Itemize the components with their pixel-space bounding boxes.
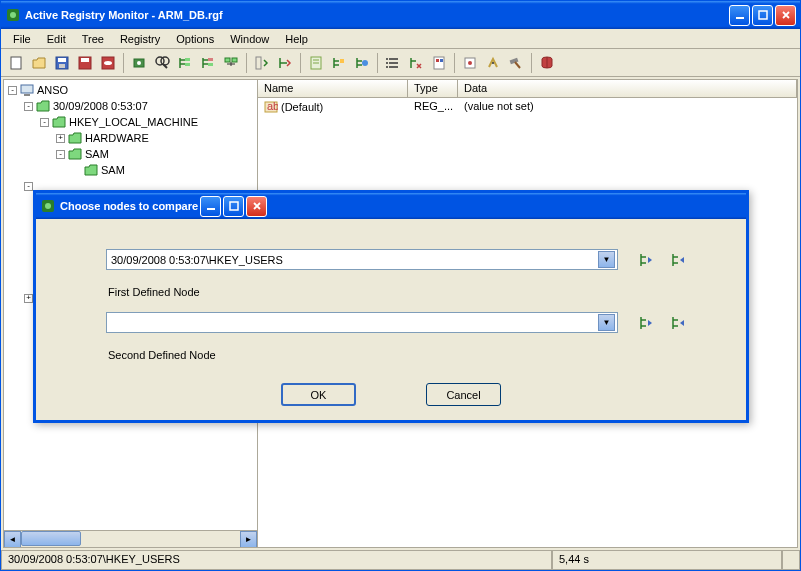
second-node-pick-left-icon[interactable] (636, 313, 656, 333)
svg-rect-18 (185, 63, 190, 66)
toolbar-tree2[interactable] (197, 52, 219, 74)
menu-tree[interactable]: Tree (74, 31, 112, 47)
svg-rect-38 (21, 85, 33, 93)
dialog-buttons: OK Cancel (36, 383, 746, 420)
toolbar-a2[interactable] (274, 52, 296, 74)
scroll-right-arrow[interactable]: ► (240, 531, 257, 547)
compare-dialog: Choose nodes to compare 30/09/2008 0:53:… (33, 190, 749, 423)
tree-expander[interactable]: - (24, 182, 33, 191)
svg-point-16 (161, 57, 169, 65)
svg-line-37 (515, 62, 520, 68)
list-row[interactable]: ab (Default) REG_... (value not set) (258, 98, 797, 116)
dialog-maximize-button[interactable] (223, 196, 244, 217)
folder-green-icon (36, 99, 50, 113)
tree-expander[interactable]: - (56, 150, 65, 159)
computer-icon (20, 83, 34, 97)
toolbar-save[interactable] (51, 52, 73, 74)
svg-rect-4 (11, 57, 21, 69)
svg-point-13 (137, 61, 141, 65)
folder-green-icon (52, 115, 66, 129)
svg-rect-17 (185, 58, 190, 61)
svg-rect-39 (24, 94, 30, 96)
tree-node[interactable]: -30/09/2008 0:53:07 (6, 98, 255, 114)
toolbar-d2[interactable] (482, 52, 504, 74)
svg-point-28 (386, 62, 388, 64)
tree-expander[interactable]: + (24, 294, 33, 303)
second-node-combo[interactable]: ▼ (106, 312, 618, 333)
first-node-pick-left-icon[interactable] (636, 250, 656, 270)
first-node-pick-right-icon[interactable] (668, 250, 688, 270)
menu-registry[interactable]: Registry (112, 31, 168, 47)
toolbar-d1[interactable] (459, 52, 481, 74)
toolbar-db[interactable] (97, 52, 119, 74)
close-button[interactable] (775, 5, 796, 26)
ok-button[interactable]: OK (281, 383, 356, 406)
list-header: Name Type Data (258, 80, 797, 98)
dialog-minimize-button[interactable] (200, 196, 221, 217)
scroll-left-arrow[interactable]: ◄ (4, 531, 21, 547)
tree-node[interactable]: -ANSO (6, 82, 255, 98)
tree-expander[interactable]: - (40, 118, 49, 127)
toolbar-open[interactable] (28, 52, 50, 74)
col-data[interactable]: Data (458, 80, 797, 97)
svg-rect-32 (440, 59, 443, 62)
status-time: 5,44 s (552, 551, 782, 570)
svg-rect-45 (230, 202, 238, 210)
titlebar: Active Registry Monitor - ARM_DB.rgf (1, 1, 800, 29)
toolbar-find[interactable] (151, 52, 173, 74)
svg-rect-2 (736, 17, 744, 19)
status-grip (782, 551, 800, 570)
menu-help[interactable]: Help (277, 31, 316, 47)
toolbar-new[interactable] (5, 52, 27, 74)
first-node-combo[interactable]: 30/09/2008 0:53:07\HKEY_USERS ▼ (106, 249, 618, 270)
app-icon (5, 7, 21, 23)
toolbar-c1[interactable] (405, 52, 427, 74)
second-node-pick-right-icon[interactable] (668, 313, 688, 333)
tree-label: SAM (101, 164, 125, 176)
horizontal-scrollbar[interactable]: ◄ ► (4, 530, 257, 547)
toolbar-tree1[interactable] (174, 52, 196, 74)
second-node-dropdown-button[interactable]: ▼ (598, 314, 615, 331)
tree-node[interactable]: -SAM (6, 146, 255, 162)
toolbar-a1[interactable] (251, 52, 273, 74)
toolbar-hammer[interactable] (505, 52, 527, 74)
scroll-thumb[interactable] (21, 531, 81, 546)
menu-window[interactable]: Window (222, 31, 277, 47)
svg-rect-20 (208, 63, 213, 66)
tree-label: HARDWARE (85, 132, 149, 144)
toolbar-compare[interactable] (220, 52, 242, 74)
toolbar-b3[interactable] (351, 52, 373, 74)
svg-rect-31 (436, 59, 439, 62)
toolbar-snap[interactable] (128, 52, 150, 74)
maximize-button[interactable] (752, 5, 773, 26)
string-value-icon: ab (264, 100, 278, 114)
toolbar-c2[interactable] (428, 52, 450, 74)
tree-node[interactable]: +HARDWARE (6, 130, 255, 146)
value-data: (value not set) (458, 99, 540, 115)
svg-rect-6 (58, 58, 66, 62)
menu-edit[interactable]: Edit (39, 31, 74, 47)
menu-options[interactable]: Options (168, 31, 222, 47)
col-name[interactable]: Name (258, 80, 408, 97)
toolbar-list[interactable] (382, 52, 404, 74)
cancel-button[interactable]: Cancel (426, 383, 501, 406)
menu-file[interactable]: File (5, 31, 39, 47)
col-type[interactable]: Type (408, 80, 458, 97)
svg-rect-9 (81, 58, 89, 62)
first-node-dropdown-button[interactable]: ▼ (598, 251, 615, 268)
tree-node[interactable]: -HKEY_LOCAL_MACHINE (6, 114, 255, 130)
tree-expander[interactable]: - (24, 102, 33, 111)
toolbar-help[interactable] (536, 52, 558, 74)
toolbar-save2[interactable] (74, 52, 96, 74)
tree-node[interactable]: SAM (6, 162, 255, 178)
tree-expander[interactable]: - (8, 86, 17, 95)
toolbar-b1[interactable] (305, 52, 327, 74)
svg-rect-23 (256, 57, 261, 69)
value-name: (Default) (281, 101, 323, 113)
tree-expander[interactable]: + (56, 134, 65, 143)
dialog-title-text: Choose nodes to compare (60, 200, 198, 212)
minimize-button[interactable] (729, 5, 750, 26)
dialog-close-button[interactable] (246, 196, 267, 217)
tree-label: HKEY_LOCAL_MACHINE (69, 116, 198, 128)
toolbar-b2[interactable] (328, 52, 350, 74)
